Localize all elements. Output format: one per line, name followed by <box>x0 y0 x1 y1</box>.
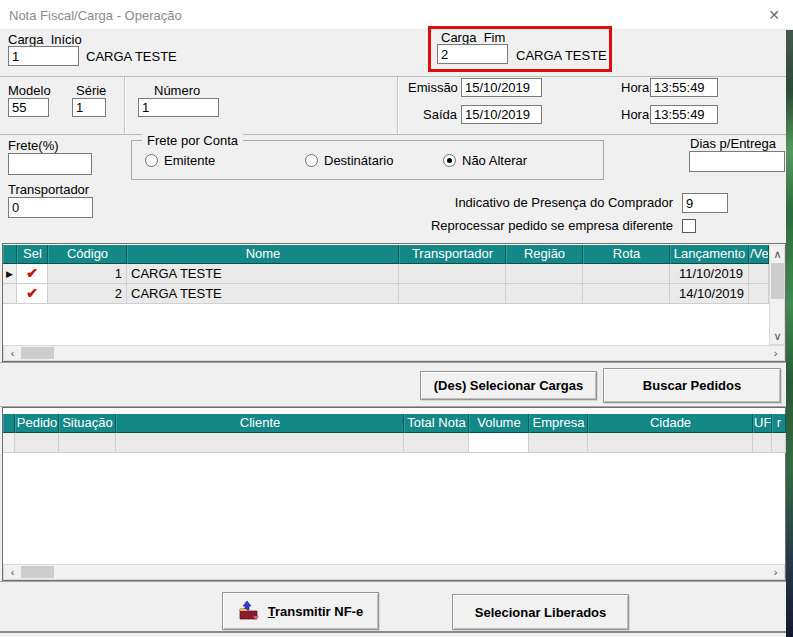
table-row[interactable] <box>3 433 786 453</box>
window-title: Nota Fiscal/Carga - Operação <box>9 8 182 23</box>
frete-label: Frete(%) <box>8 139 59 153</box>
selecionar-liberados-label: Selecionar Liberados <box>475 605 607 620</box>
scroll-right-icon[interactable]: › <box>768 565 783 579</box>
emissao-hora-label: Hora <box>621 81 649 95</box>
cell-situacao[interactable] <box>59 433 116 453</box>
dias-entrega-label: Dias p/Entrega <box>690 137 776 151</box>
scroll-up-icon[interactable]: ∧ <box>770 247 785 261</box>
row-indicator <box>3 284 17 304</box>
saida-hora-input[interactable] <box>650 105 718 124</box>
cargas-vertical-scrollbar[interactable]: ∧ ∨ <box>769 245 785 345</box>
header-truncated[interactable]: r <box>772 414 786 433</box>
header-total-nota[interactable]: Total Nota <box>404 414 469 433</box>
cell-truncated[interactable] <box>772 433 786 453</box>
buscar-pedidos-label: Buscar Pedidos <box>643 378 741 393</box>
cell-veiculo[interactable] <box>749 284 769 304</box>
scrollbar-thumb[interactable] <box>771 263 784 299</box>
reprocessar-label: Reprocessar pedido se empresa diferente <box>400 219 673 233</box>
buscar-pedidos-button[interactable]: Buscar Pedidos <box>603 368 781 403</box>
transmitir-nfe-button[interactable]: Transmitir NF-e <box>222 592 379 630</box>
current-row-indicator: ▶ <box>3 264 17 284</box>
scrollbar-thumb[interactable] <box>21 566 54 578</box>
cell-transportador[interactable] <box>399 264 506 284</box>
cell-rota[interactable] <box>583 264 670 284</box>
header-cliente[interactable]: Cliente <box>116 414 404 433</box>
scroll-left-icon[interactable]: ‹ <box>5 346 20 360</box>
close-icon[interactable]: ✕ <box>762 5 786 25</box>
header-sel[interactable]: Sel <box>17 245 48 264</box>
cell-nome[interactable]: CARGA TESTE <box>127 284 399 304</box>
sel-check-icon[interactable]: ✔ <box>17 264 48 284</box>
cell-nome[interactable]: CARGA TESTE <box>127 264 399 284</box>
header-pedido[interactable]: Pedido <box>15 414 59 433</box>
header-transportador[interactable]: Transportador <box>399 245 506 264</box>
radio-destinatario-label: Destinátario <box>324 153 393 168</box>
scrollbar-thumb[interactable] <box>21 347 54 359</box>
divider <box>124 77 125 134</box>
cargas-horizontal-scrollbar[interactable]: ‹ › <box>3 345 785 361</box>
radio-nao-alterar[interactable]: Não Alterar <box>443 153 527 168</box>
carga-inicio-input[interactable] <box>8 46 79 66</box>
cell-cidade[interactable] <box>588 433 753 453</box>
header-nome[interactable]: Nome <box>127 245 399 264</box>
sel-check-icon[interactable]: ✔ <box>17 284 48 304</box>
carga-fim-input[interactable] <box>437 44 508 64</box>
carga-inicio-label: Carga Início <box>8 33 82 47</box>
cell-pedido[interactable] <box>15 433 59 453</box>
cell-volume[interactable] <box>469 433 529 453</box>
row-indicator <box>3 433 15 453</box>
header-lancamento[interactable]: Lançamento <box>670 245 749 264</box>
radio-emitente[interactable]: Emitente <box>145 153 215 168</box>
header-indicator <box>3 414 15 433</box>
deselecionar-cargas-button[interactable]: (Des) Selecionar Cargas <box>420 371 597 400</box>
radio-circle-icon <box>305 154 318 167</box>
header-cidade[interactable]: Cidade <box>588 414 753 433</box>
dias-entrega-input[interactable] <box>689 151 785 172</box>
cell-transportador[interactable] <box>399 284 506 304</box>
radio-circle-icon <box>145 154 158 167</box>
saida-input[interactable] <box>461 105 542 124</box>
cell-lancamento[interactable]: 11/10/2019 <box>670 264 749 284</box>
radio-destinatario[interactable]: Destinátario <box>305 153 393 168</box>
header-rota[interactable]: Rota <box>583 245 670 264</box>
header-volume[interactable]: Volume <box>469 414 529 433</box>
selecionar-liberados-button[interactable]: Selecionar Liberados <box>452 594 629 630</box>
pedidos-horizontal-scrollbar[interactable]: ‹ › <box>3 564 785 580</box>
header-situacao[interactable]: Situação <box>59 414 116 433</box>
header-veiculo[interactable]: /Ve <box>749 245 769 264</box>
indicativo-input[interactable] <box>682 193 728 213</box>
bottom-action-bar <box>0 581 786 637</box>
numero-input[interactable] <box>138 98 219 117</box>
cell-regiao[interactable] <box>506 264 583 284</box>
header-regiao[interactable]: Região <box>506 245 583 264</box>
reprocessar-checkbox[interactable] <box>682 219 696 233</box>
header-uf[interactable]: UF <box>753 414 772 433</box>
cell-rota[interactable] <box>583 284 670 304</box>
scroll-left-icon[interactable]: ‹ <box>5 565 20 579</box>
scroll-down-icon[interactable]: ∨ <box>770 329 785 343</box>
scroll-right-icon[interactable]: › <box>768 346 783 360</box>
cell-codigo[interactable]: 2 <box>48 284 127 304</box>
serie-label: Série <box>76 84 106 98</box>
radio-circle-icon <box>443 154 456 167</box>
serie-input[interactable] <box>72 98 106 117</box>
cell-uf[interactable] <box>753 433 772 453</box>
table-row[interactable]: ▶ ✔ 1 CARGA TESTE 11/10/2019 <box>3 264 769 284</box>
header-indicator <box>3 245 17 264</box>
cell-regiao[interactable] <box>506 284 583 304</box>
cell-codigo[interactable]: 1 <box>48 264 127 284</box>
modelo-input[interactable] <box>8 98 49 117</box>
header-empresa[interactable]: Empresa <box>529 414 588 433</box>
cell-lancamento[interactable]: 14/10/2019 <box>670 284 749 304</box>
transportador-input[interactable] <box>8 197 93 218</box>
emissao-input[interactable] <box>461 78 542 97</box>
cell-cliente[interactable] <box>116 433 404 453</box>
table-row[interactable]: ✔ 2 CARGA TESTE 14/10/2019 <box>3 284 769 304</box>
emissao-hora-input[interactable] <box>650 78 718 97</box>
frete-input[interactable] <box>8 153 92 175</box>
header-codigo[interactable]: Código <box>48 245 127 264</box>
title-bar: Nota Fiscal/Carga - Operação ✕ <box>0 0 793 30</box>
cell-total-nota[interactable] <box>404 433 469 453</box>
cell-empresa[interactable] <box>529 433 588 453</box>
cell-veiculo[interactable] <box>749 264 769 284</box>
